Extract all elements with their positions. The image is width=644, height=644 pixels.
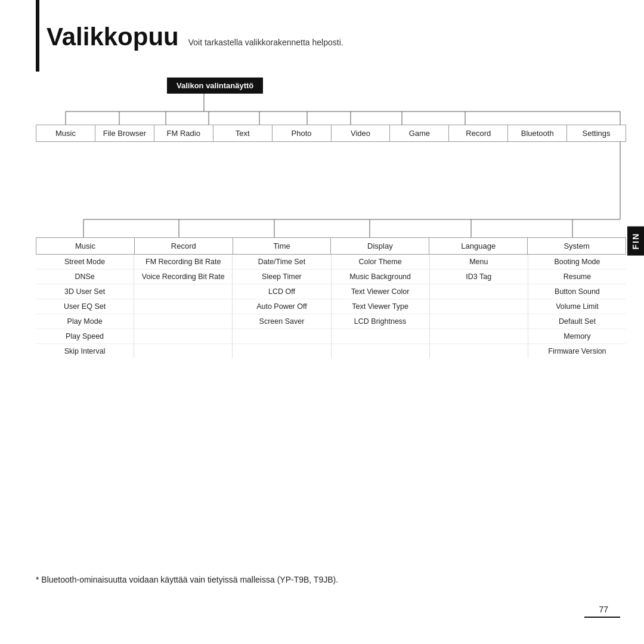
language-subitems: Menu ID3 Tag - - - - -	[430, 255, 528, 358]
level2-music: Music	[36, 238, 135, 254]
subitem-buttonsound: Button Sound	[528, 284, 626, 299]
subitem-bootingmode: Booting Mode	[528, 255, 626, 270]
level1-record: Record	[449, 125, 508, 141]
music-subitems: Street Mode DNSe 3D User Set User EQ Set…	[36, 255, 134, 358]
subitem-id3tag: ID3 Tag	[430, 270, 528, 284]
subitem-street-mode: Street Mode	[36, 255, 134, 270]
subitem-playmode: Play Mode	[36, 314, 134, 329]
level1-game: Game	[390, 125, 449, 141]
subitem-usereqset: User EQ Set	[36, 299, 134, 314]
subitem-rec-empty3: -	[134, 314, 232, 329]
subitem-firmwareversion: Firmware Version	[528, 344, 626, 358]
tree-container: Valikon valintanäyttö Music File Browser…	[36, 78, 626, 358]
subitem-defaultset: Default Set	[528, 314, 626, 329]
subitem-rec-empty4: -	[134, 329, 232, 344]
settings-connector-svg	[36, 142, 626, 237]
root-node: Valikon valintanäyttö	[36, 78, 626, 94]
subitem-memory: Memory	[528, 329, 626, 344]
level1-row: Music File Browser FM Radio Text Photo V…	[36, 125, 626, 142]
level2-display: Display	[331, 238, 429, 254]
time-subitems: Date/Time Set Sleep Timer LCD Off Auto P…	[233, 255, 331, 358]
subitem-rec-empty5: -	[134, 344, 232, 358]
settings-connector-area	[36, 142, 626, 237]
subitem-3duserset: 3D User Set	[36, 284, 134, 299]
subitem-screensaver: Screen Saver	[233, 314, 330, 329]
subitem-voicerecbit: Voice Recording Bit Rate	[134, 270, 232, 284]
subitem-disp-empty2: -	[332, 344, 429, 358]
subitem-textviewertype: Text Viewer Type	[332, 299, 429, 314]
subitem-lang-empty5: -	[430, 344, 528, 358]
level1-music: Music	[36, 125, 95, 141]
subitem-datetimeset: Date/Time Set	[233, 255, 330, 270]
subitem-sleeptimer: Sleep Timer	[233, 270, 330, 284]
subitem-colortheme: Color Theme	[332, 255, 429, 270]
subitem-volumelimit: Volume Limit	[528, 299, 626, 314]
page-header: Valikkopuu Voit tarkastella valikkoraken…	[47, 23, 343, 51]
level1-filebrowser: File Browser	[95, 125, 154, 141]
page-number-line	[584, 617, 620, 618]
subitem-playspeed: Play Speed	[36, 329, 134, 344]
subitem-dnse: DNSe	[36, 270, 134, 284]
level1-text: Text	[213, 125, 273, 141]
level2-time: Time	[233, 238, 332, 254]
subitem-resume: Resume	[528, 270, 626, 284]
subitem-disp-empty1: -	[332, 329, 429, 344]
fin-tab: FIN	[627, 227, 644, 256]
subitem-rec-empty1: -	[134, 284, 232, 299]
subitem-menu: Menu	[430, 255, 528, 270]
subitem-time-empty1: -	[233, 329, 330, 344]
subitem-textviewercolor: Text Viewer Color	[332, 284, 429, 299]
subitem-fmrecbit: FM Recording Bit Rate	[134, 255, 232, 270]
subitem-skipinterval: Skip Interval	[36, 344, 134, 358]
level1-settings: Settings	[567, 125, 626, 141]
system-subitems: Booting Mode Resume Button Sound Volume …	[528, 255, 626, 358]
subitem-time-empty2: -	[233, 344, 330, 358]
level1-video: Video	[332, 125, 391, 141]
page-subtitle: Voit tarkastella valikkorakennetta helpo…	[188, 38, 343, 47]
subitem-rec-empty2: -	[134, 299, 232, 314]
page-title: Valikkopuu	[47, 23, 179, 51]
subitem-lang-empty4: -	[430, 329, 528, 344]
subitem-lang-empty2: -	[430, 299, 528, 314]
subitem-lang-empty1: -	[430, 284, 528, 299]
level2-system: System	[528, 238, 626, 254]
subitem-lcdbright: LCD Brightness	[332, 314, 429, 329]
level2-language: Language	[429, 238, 528, 254]
display-subitems: Color Theme Music Background Text Viewer…	[332, 255, 430, 358]
footer-note: * Bluetooth-ominaisuutta voidaan käyttää…	[36, 575, 608, 584]
level2-record: Record	[135, 238, 233, 254]
subitems-section: Street Mode DNSe 3D User Set User EQ Set…	[36, 255, 626, 358]
subitem-lcdoff: LCD Off	[233, 284, 330, 299]
subitem-autopoweroff: Auto Power Off	[233, 299, 330, 314]
level1-bluetooth: Bluetooth	[508, 125, 567, 141]
level2-row: Music Record Time Display Language Syste…	[36, 237, 626, 255]
subitem-lang-empty3: -	[430, 314, 528, 329]
level1-photo: Photo	[273, 125, 332, 141]
level1-fmradio: FM Radio	[154, 125, 213, 141]
subitem-musicbg: Music Background	[332, 270, 429, 284]
left-bar	[36, 0, 39, 72]
root-connector-svg	[36, 94, 626, 125]
root-box: Valikon valintanäyttö	[167, 78, 263, 94]
root-connector	[36, 94, 626, 125]
page-number: 77	[599, 605, 608, 614]
record-subitems: FM Recording Bit Rate Voice Recording Bi…	[134, 255, 233, 358]
